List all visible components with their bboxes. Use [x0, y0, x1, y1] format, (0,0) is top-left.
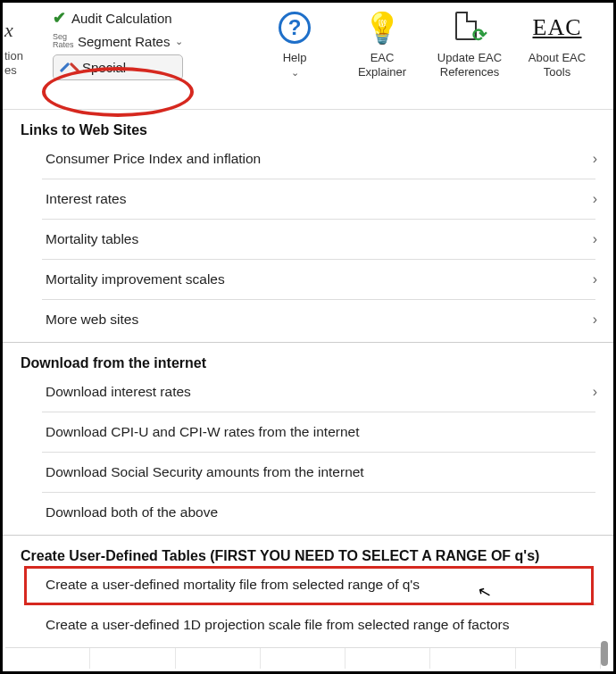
menu-item-label: Interest rates: [46, 191, 126, 207]
help-label: Help: [283, 51, 307, 64]
chevron-right-icon: ›: [593, 191, 597, 207]
audit-label: Audit Calculation: [71, 11, 172, 26]
menu-item-label: More web sites: [46, 312, 138, 328]
clipped-left-panel: x tion es: [3, 19, 23, 78]
about-label: About EAC Tools: [520, 51, 594, 79]
clipped-text-1: tion: [4, 49, 23, 62]
help-button[interactable]: ? Help⌄: [258, 8, 331, 79]
update-references-button[interactable]: ⟳ Update EAC References: [433, 8, 506, 79]
menu-item-label: Create a user-defined mortality file fro…: [46, 577, 420, 593]
document-refresh-icon: ⟳: [452, 10, 487, 46]
menu-item-label: Download interest rates: [46, 384, 191, 400]
menu-item-label: Mortality improvement scales: [46, 271, 225, 287]
menu-item-mortality-tables[interactable]: Mortality tables ›: [3, 222, 613, 256]
seg-rates-icon: Seg Rates: [53, 33, 72, 49]
audit-calculation-button[interactable]: ✔ Audit Calculation: [53, 8, 183, 28]
explainer-label: EAC Explainer: [345, 51, 419, 79]
menu-item-label: Consumer Price Index and inflation: [46, 151, 261, 167]
special-label: Special: [82, 60, 126, 75]
menu-item-cpi[interactable]: Consumer Price Index and inflation ›: [3, 142, 613, 176]
tools-icon: [62, 61, 77, 75]
chevron-right-icon: ›: [593, 231, 597, 247]
menu-item-download-ss[interactable]: Download Social Security amounts from th…: [3, 455, 613, 489]
clipped-text-2: es: [4, 63, 17, 77]
menu-item-label: Download Social Security amounts from th…: [46, 464, 364, 480]
chevron-right-icon: ›: [593, 151, 597, 167]
spreadsheet-grid-edge: [5, 647, 601, 669]
ribbon-group-left: ✔ Audit Calculation Seg Rates Segment Ra…: [53, 8, 183, 80]
eac-logo-icon: EAC: [533, 14, 582, 41]
checkmark-icon: ✔: [53, 8, 66, 28]
update-label: Update EAC References: [433, 51, 506, 79]
menu-item-create-projection[interactable]: Create a user-defined 1D projection scal…: [3, 608, 613, 642]
section-header-create-tables: Create User-Defined Tables (FIRST YOU NE…: [3, 541, 613, 568]
ribbon-group-right: ? Help⌄ 💡 EAC Explainer ⟳ Update EAC Ref…: [258, 8, 606, 79]
menu-item-interest-rates[interactable]: Interest rates ›: [3, 182, 613, 216]
about-button[interactable]: EAC About EAC Tools: [520, 8, 594, 79]
chevron-right-icon: ›: [593, 271, 597, 287]
special-button[interactable]: Special ⌄: [53, 54, 183, 80]
menu-item-more-sites[interactable]: More web sites ›: [3, 303, 613, 337]
menu-item-download-interest[interactable]: Download interest rates ›: [3, 375, 613, 409]
menu-item-download-cpi[interactable]: Download CPI-U and CPI-W rates from the …: [3, 415, 613, 449]
segment-rates-button[interactable]: Seg Rates Segment Rates ⌄: [53, 33, 183, 49]
fx-icon: x: [4, 19, 23, 42]
menu-item-label: Create a user-defined 1D projection scal…: [46, 617, 510, 633]
menu-item-download-both[interactable]: Download both of the above: [3, 495, 613, 529]
chevron-down-icon: ⌄: [175, 36, 183, 47]
menu-item-label: Mortality tables: [46, 231, 138, 247]
help-icon: ?: [279, 12, 311, 44]
special-menu-panel: Links to Web Sites Consumer Price Index …: [3, 110, 613, 651]
chevron-down-icon: ⌄: [131, 62, 139, 73]
eac-explainer-button[interactable]: 💡 EAC Explainer: [345, 8, 419, 79]
menu-item-label: Download CPI-U and CPI-W rates from the …: [46, 424, 359, 440]
ribbon-toolbar: x tion es ✔ Audit Calculation Seg Rates …: [3, 3, 613, 110]
lightbulb-icon: 💡: [363, 10, 401, 46]
chevron-down-icon: ⌄: [291, 67, 299, 78]
chevron-right-icon: ›: [593, 312, 597, 328]
menu-item-create-mortality[interactable]: Create a user-defined mortality file fro…: [3, 568, 613, 602]
section-header-links: Links to Web Sites: [3, 115, 613, 142]
section-header-download: Download from the internet: [3, 348, 613, 375]
segment-label: Segment Rates: [78, 34, 170, 49]
chevron-right-icon: ›: [593, 384, 597, 400]
menu-item-label: Download both of the above: [46, 504, 218, 520]
scrollbar-thumb[interactable]: [601, 641, 608, 666]
menu-item-mortality-improvement[interactable]: Mortality improvement scales ›: [3, 262, 613, 296]
